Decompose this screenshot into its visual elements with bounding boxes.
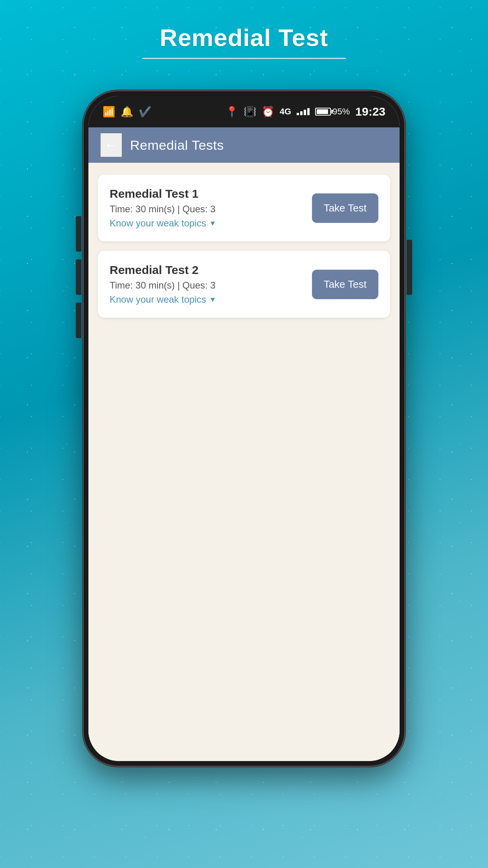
test-1-weak-topics[interactable]: Know your weak topics ▼	[110, 218, 216, 229]
test-2-dropdown-icon: ▼	[209, 296, 216, 304]
signal-bar-3	[304, 110, 306, 115]
test-2-weak-label: Know your weak topics	[110, 294, 206, 305]
battery-percent: 95%	[332, 107, 350, 117]
back-button[interactable]: ←	[100, 133, 122, 157]
content-area: Remedial Test 1 Time: 30 min(s) | Ques: …	[88, 163, 400, 761]
page-title: Remedial Test	[160, 24, 328, 51]
signal-bars	[297, 108, 310, 115]
take-test-2-button[interactable]: Take Test	[312, 270, 378, 299]
test-2-weak-topics[interactable]: Know your weak topics ▼	[110, 294, 216, 305]
notification-icon: 🔔	[121, 106, 133, 118]
phone-screen: 📶 🔔 ✔️ 📍 📳 ⏰ 4G	[88, 96, 400, 761]
signal-bar-2	[300, 111, 303, 115]
phone-frame: 📶 🔔 ✔️ 📍 📳 ⏰ 4G	[83, 90, 405, 767]
vibrate-icon: 📳	[244, 106, 256, 118]
signal-bar-4	[307, 108, 310, 115]
test-card-1-info: Remedial Test 1 Time: 30 min(s) | Ques: …	[110, 187, 216, 229]
test-1-meta: Time: 30 min(s) | Ques: 3	[110, 204, 216, 215]
test-1-dropdown-icon: ▼	[209, 219, 216, 228]
test-2-title: Remedial Test 2	[110, 263, 216, 277]
app-header: ← Remedial Tests	[88, 127, 400, 163]
title-underline	[142, 58, 346, 59]
signal-bar-1	[297, 113, 299, 115]
page-title-section: Remedial Test	[142, 24, 346, 59]
battery-container: 95%	[315, 107, 350, 117]
network-type: 4G	[280, 107, 291, 117]
wifi-icon: 📶	[103, 106, 115, 118]
take-test-1-button[interactable]: Take Test	[312, 193, 378, 223]
status-time: 19:23	[355, 105, 385, 118]
battery-fill	[317, 109, 328, 114]
phone-wrapper: 📶 🔔 ✔️ 📍 📳 ⏰ 4G	[83, 90, 405, 767]
test-1-weak-label: Know your weak topics	[110, 218, 206, 229]
test-card-2-info: Remedial Test 2 Time: 30 min(s) | Ques: …	[110, 263, 216, 305]
status-right-icons: 📍 📳 ⏰ 4G 95%	[226, 105, 385, 118]
check-icon: ✔️	[139, 106, 151, 118]
battery-body	[315, 108, 331, 116]
status-bar: 📶 🔔 ✔️ 📍 📳 ⏰ 4G	[88, 96, 400, 127]
location-icon: 📍	[226, 106, 238, 118]
alarm-icon: ⏰	[262, 106, 274, 118]
test-1-title: Remedial Test 1	[110, 187, 216, 200]
app-header-title: Remedial Tests	[130, 138, 224, 153]
status-left-icons: 📶 🔔 ✔️	[103, 106, 151, 118]
test-2-meta: Time: 30 min(s) | Ques: 3	[110, 280, 216, 291]
test-card-2: Remedial Test 2 Time: 30 min(s) | Ques: …	[98, 251, 390, 318]
test-card-1: Remedial Test 1 Time: 30 min(s) | Ques: …	[98, 175, 390, 241]
